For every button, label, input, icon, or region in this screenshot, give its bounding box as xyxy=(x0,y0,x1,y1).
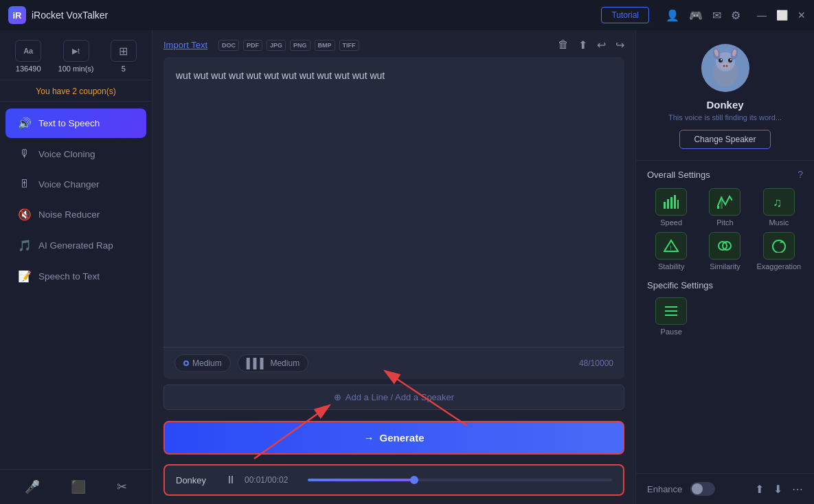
setting-speed[interactable]: Speed xyxy=(647,188,695,227)
close-button[interactable]: ✕ xyxy=(798,10,806,21)
app-title: iRocket VoxTalker xyxy=(32,10,108,21)
player-thumb xyxy=(410,476,418,484)
enhance-toggle[interactable] xyxy=(690,482,715,496)
player-time: 00:01/00:02 xyxy=(245,475,299,485)
png-icon: PNG xyxy=(290,40,310,51)
settings-section: Overall Settings ? Speed xyxy=(636,161,814,473)
voice-changer-icon: 🎚 xyxy=(18,178,32,190)
music-label: Music xyxy=(769,218,789,227)
export-icon[interactable]: ⬆ xyxy=(578,38,587,51)
svg-rect-19 xyxy=(717,206,719,209)
svg-rect-16 xyxy=(670,197,672,209)
editor-footer: Medium ▌▌▌ Medium 48/10000 xyxy=(163,347,624,379)
enhance-label: Enhance xyxy=(647,484,682,494)
minimize-button[interactable]: — xyxy=(757,10,767,21)
bottom-panel: Enhance ⬆ ⬇ ⋯ xyxy=(636,473,814,504)
setting-music[interactable]: ♫ Music xyxy=(755,188,803,227)
pitch-label: Pitch xyxy=(716,218,733,227)
stability-label: Stability xyxy=(658,262,685,271)
nav-label-rap: AI Generated Rap xyxy=(38,240,113,251)
chars-icon: Aa xyxy=(15,40,41,62)
right-panel: Donkey This voice is still finding its w… xyxy=(635,30,814,504)
svg-rect-29 xyxy=(665,314,677,316)
download-icon[interactable]: ⬇ xyxy=(773,483,782,496)
setting-pitch[interactable]: Pitch xyxy=(701,188,749,227)
files-value: 5 xyxy=(122,65,126,73)
scissors-icon[interactable]: ✂ xyxy=(117,479,127,494)
logo-icon: iR xyxy=(8,6,26,24)
sidebar-item-speech-to-text[interactable]: 📝 Speech to Text xyxy=(5,262,146,291)
nav-label-tts: Text to Speech xyxy=(38,118,100,128)
sidebar-item-noise-reducer[interactable]: 🔇 Noise Reducer xyxy=(5,200,146,229)
files-icon: ⊞ xyxy=(111,40,137,62)
maximize-button[interactable]: ⬜ xyxy=(776,10,788,21)
stat-time: ▶t 100 min(s) xyxy=(58,40,94,73)
upload-icon[interactable]: ⬆ xyxy=(755,483,764,496)
svg-rect-27 xyxy=(665,306,677,308)
svg-text:♫: ♫ xyxy=(773,196,782,209)
add-icon: ⊕ xyxy=(334,392,341,402)
pause-button[interactable]: ⏸ xyxy=(225,474,236,486)
microphone-icon[interactable]: 🎤 xyxy=(25,479,40,494)
file-type-icons: DOC PDF JPG PNG BMP TIFF xyxy=(218,40,359,51)
voice-cloning-icon: 🎙 xyxy=(18,148,32,160)
mail-icon[interactable]: ✉ xyxy=(712,9,721,22)
speed-icon-box xyxy=(655,188,687,216)
sidebar-item-text-to-speech[interactable]: 🔊 Text to Speech xyxy=(5,108,146,138)
discord-icon[interactable]: 🎮 xyxy=(689,9,703,22)
similarity-icon-box xyxy=(709,232,740,260)
text-to-speech-icon: 🔊 xyxy=(18,117,32,130)
ai-rap-icon: 🎵 xyxy=(18,239,32,252)
pause-label: Pause xyxy=(661,328,682,336)
nav-label-nr: Noise Reducer xyxy=(38,209,100,220)
svg-point-11 xyxy=(721,62,730,69)
undo-icon[interactable]: ↩ xyxy=(597,38,606,51)
settings-icon[interactable]: ⚙ xyxy=(731,9,740,22)
setting-similarity[interactable]: Similarity xyxy=(701,232,749,271)
sidebar-item-ai-rap[interactable]: 🎵 AI Generated Rap xyxy=(5,231,146,260)
pitch-badge[interactable]: ▌▌▌ Medium xyxy=(238,354,308,372)
redo-icon[interactable]: ↪ xyxy=(615,38,624,51)
help-icon[interactable]: ? xyxy=(798,169,803,180)
editor-text[interactable]: wut wut wut wut wut wut wut wut wut wut … xyxy=(163,57,624,347)
speaker-section: Donkey This voice is still finding its w… xyxy=(636,30,814,161)
stat-chars: Aa 136490 xyxy=(15,40,41,73)
exaggeration-icon-box xyxy=(763,232,795,260)
content-area: Import Text DOC PDF JPG PNG BMP TIFF 🗑 ⬆… xyxy=(152,30,635,504)
svg-point-13 xyxy=(725,65,727,67)
frame-icon[interactable]: ⬛ xyxy=(71,479,86,494)
setting-exaggeration[interactable]: Exaggeration xyxy=(755,232,803,271)
noise-reducer-icon: 🔇 xyxy=(18,208,32,221)
account-icon[interactable]: 👤 xyxy=(666,9,679,22)
svg-point-8 xyxy=(728,58,732,62)
player-slider[interactable] xyxy=(308,479,612,481)
window-controls: — ⬜ ✕ xyxy=(757,10,806,21)
settings-grid: Speed Pitch xyxy=(647,188,803,271)
delete-icon[interactable]: 🗑 xyxy=(558,38,569,51)
specific-settings-title: Specific Settings xyxy=(647,280,803,290)
editor-container: wut wut wut wut wut wut wut wut wut wut … xyxy=(163,57,624,379)
speed-dot xyxy=(183,360,189,366)
add-line-bar[interactable]: ⊕ Add a Line / Add a Speaker xyxy=(163,385,624,410)
coupon-text: You have 2 coupon(s) xyxy=(36,87,115,96)
import-text-link[interactable]: Import Text xyxy=(163,40,207,50)
generate-button[interactable]: → Generate xyxy=(163,421,624,455)
add-line-text: Add a Line / Add a Speaker xyxy=(346,392,454,402)
exaggeration-label: Exaggeration xyxy=(756,262,801,271)
tutorial-button[interactable]: Tutorial xyxy=(601,7,649,23)
player-progress xyxy=(308,479,414,481)
sidebar-item-voice-changer[interactable]: 🎚 Voice Changer xyxy=(5,170,146,198)
nav-label-stt: Speech to Text xyxy=(38,271,100,282)
speed-badge[interactable]: Medium xyxy=(174,354,231,372)
setting-stability[interactable]: ! Stability xyxy=(647,232,695,271)
title-bar: iR iRocket VoxTalker Tutorial 👤 🎮 ✉ ⚙ — … xyxy=(0,0,814,30)
player-name: Donkey xyxy=(176,475,217,485)
nav-label-vch: Voice Changer xyxy=(38,179,100,190)
change-speaker-button[interactable]: Change Speaker xyxy=(679,130,770,149)
setting-pause[interactable]: Pause xyxy=(647,297,695,336)
bmp-icon: BMP xyxy=(315,40,335,51)
more-icon[interactable]: ⋯ xyxy=(792,483,803,496)
music-icon-box: ♫ xyxy=(763,188,795,216)
sidebar-item-voice-cloning[interactable]: 🎙 Voice Cloning xyxy=(5,139,146,168)
main-layout: Aa 136490 ▶t 100 min(s) ⊞ 5 You have 2 c… xyxy=(0,30,814,504)
